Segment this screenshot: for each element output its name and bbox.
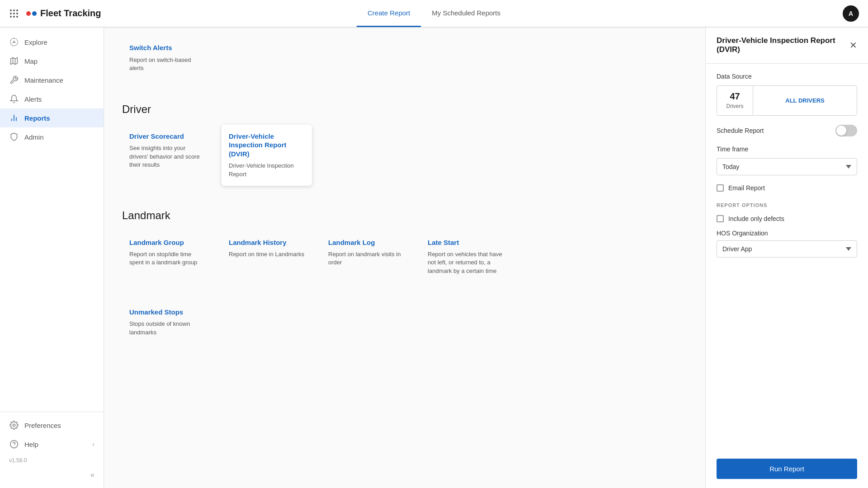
svg-point-4 <box>13 13 15 14</box>
all-drivers-button[interactable]: ALL DRIVERS <box>753 86 857 115</box>
grid-icon[interactable] <box>9 9 19 19</box>
data-source-selector: 47 Drivers ALL DRIVERS <box>717 85 857 116</box>
schedule-report-row: Schedule Report <box>717 125 857 136</box>
app-title: Fleet Tracking <box>40 8 101 19</box>
svg-point-15 <box>13 424 15 427</box>
shield-icon <box>9 132 19 142</box>
svg-point-0 <box>10 9 12 11</box>
report-card-landmark-log[interactable]: Landmark Log Report on landmark visits i… <box>321 231 411 282</box>
main-layout: Explore Map Maintenance <box>0 27 868 488</box>
report-card-landmark-history[interactable]: Landmark History Report on time in Landm… <box>222 231 312 282</box>
report-card-unmarked-stops[interactable]: Unmarked Stops Stops outside of known la… <box>122 300 212 344</box>
sidebar-label-explore: Explore <box>24 38 47 46</box>
sidebar-label-maintenance: Maintenance <box>24 76 63 84</box>
main-content: Switch Alerts Report on switch-based ale… <box>104 27 705 488</box>
report-options-title: REPORT OPTIONS <box>717 202 857 208</box>
wrench-icon <box>9 75 19 85</box>
sidebar-collapse-btn[interactable]: « <box>0 467 104 483</box>
timeframe-label: Time frame <box>717 145 857 153</box>
sidebar-bottom: Preferences Help › v1.58.0 « <box>0 412 104 483</box>
card-desc-landmark-history: Report on time in Landmarks <box>229 250 305 258</box>
app-logo: Fleet Tracking <box>26 8 101 19</box>
switch-alerts-cards: Switch Alerts Report on switch-based ale… <box>122 36 687 89</box>
card-title-dvir: Driver-Vehicle Inspection Report (DVIR) <box>229 132 305 159</box>
unmarked-cards: Unmarked Stops Stops outside of known la… <box>122 300 687 353</box>
card-desc-landmark-log: Report on landmark visits in order <box>328 250 404 267</box>
report-card-late-start[interactable]: Late Start Report on vehicles that have … <box>420 231 511 282</box>
svg-point-6 <box>10 16 12 18</box>
run-report-button[interactable]: Run Report <box>717 459 857 479</box>
help-chevron-icon: › <box>92 441 94 448</box>
sidebar-item-maintenance[interactable]: Maintenance <box>0 70 104 89</box>
avatar[interactable]: A <box>843 5 859 22</box>
svg-point-7 <box>13 16 15 18</box>
sidebar-item-reports[interactable]: Reports <box>0 108 104 127</box>
toggle-knob <box>836 126 846 136</box>
email-report-checkbox[interactable] <box>717 184 724 192</box>
sidebar-item-help[interactable]: Help › <box>0 435 104 454</box>
nav-tabs: Create Report My Scheduled Reports <box>357 0 511 27</box>
report-card-dvir[interactable]: Driver-Vehicle Inspection Report (DVIR) … <box>222 125 312 186</box>
logo-dot-blue <box>32 11 37 16</box>
rocket-icon <box>9 37 19 47</box>
driver-count-box[interactable]: 47 Drivers <box>717 86 753 115</box>
report-card-landmark-group[interactable]: Landmark Group Report on stop/idle time … <box>122 231 212 282</box>
drivers-label: Drivers <box>726 103 744 109</box>
report-card-driver-scorecard[interactable]: Driver Scorecard See insights into your … <box>122 125 212 186</box>
sidebar: Explore Map Maintenance <box>0 27 104 488</box>
svg-point-3 <box>10 13 12 14</box>
card-title-landmark-group: Landmark Group <box>129 238 205 247</box>
schedule-toggle[interactable] <box>835 125 857 136</box>
include-defects-checkbox[interactable] <box>717 215 724 222</box>
hos-org-select[interactable]: Driver App <box>717 240 857 258</box>
top-nav: Fleet Tracking Create Report My Schedule… <box>0 0 868 27</box>
section-switch-alerts: Switch Alerts Report on switch-based ale… <box>122 27 687 89</box>
card-title-landmark-history: Landmark History <box>229 238 305 247</box>
driver-cards: Driver Scorecard See insights into your … <box>122 125 687 195</box>
data-source-label: Data Source <box>717 73 857 80</box>
section-title-driver: Driver <box>122 103 687 116</box>
sidebar-label-help: Help <box>24 441 38 448</box>
right-panel-title: Driver-Vehicle Inspection Report (DVIR) <box>717 36 849 54</box>
right-panel-body: Data Source 47 Drivers ALL DRIVERS Sched… <box>706 64 868 450</box>
tab-create-report[interactable]: Create Report <box>357 0 421 27</box>
section-title-landmark: Landmark <box>122 209 687 222</box>
version-label: v1.58.0 <box>0 454 104 467</box>
card-title-late-start: Late Start <box>428 238 504 247</box>
logo-dot-red <box>26 11 31 16</box>
include-defects-row: Include only defects <box>717 215 857 222</box>
all-drivers-label: ALL DRIVERS <box>785 97 824 104</box>
sidebar-item-preferences[interactable]: Preferences <box>0 416 104 435</box>
sidebar-item-admin[interactable]: Admin <box>0 127 104 146</box>
close-panel-button[interactable]: ✕ <box>849 40 857 51</box>
right-panel-header: Driver-Vehicle Inspection Report (DVIR) … <box>706 27 868 64</box>
svg-point-5 <box>16 13 18 14</box>
timeframe-select[interactable]: Today Yesterday Last 7 Days Last 30 Days… <box>717 158 857 175</box>
svg-point-2 <box>16 9 18 11</box>
sidebar-label-admin: Admin <box>24 133 44 141</box>
card-title-landmark-log: Landmark Log <box>328 238 404 247</box>
tab-scheduled-reports[interactable]: My Scheduled Reports <box>421 0 511 27</box>
logo-dots <box>26 11 37 16</box>
svg-point-8 <box>16 16 18 18</box>
map-icon <box>9 56 19 66</box>
sidebar-item-explore[interactable]: Explore <box>0 33 104 52</box>
collapse-icon: « <box>90 471 94 479</box>
question-icon <box>9 439 19 449</box>
card-desc-landmark-group: Report on stop/idle time spent in a land… <box>129 250 205 267</box>
card-title-driver-scorecard: Driver Scorecard <box>129 132 205 141</box>
sidebar-item-alerts[interactable]: Alerts <box>0 89 104 108</box>
sidebar-label-map: Map <box>24 57 38 65</box>
card-title-switch-alerts: Switch Alerts <box>129 43 205 52</box>
landmark-cards: Landmark Group Report on stop/idle time … <box>122 231 687 291</box>
include-defects-label: Include only defects <box>728 215 784 222</box>
report-card-switch-alerts[interactable]: Switch Alerts Report on switch-based ale… <box>122 36 212 80</box>
card-title-unmarked-stops: Unmarked Stops <box>129 308 205 317</box>
card-desc-dvir: Driver-Vehicle Inspection Report <box>229 162 305 178</box>
card-desc-unmarked-stops: Stops outside of known landmarks <box>129 320 205 336</box>
sidebar-item-map[interactable]: Map <box>0 52 104 70</box>
right-panel: Driver-Vehicle Inspection Report (DVIR) … <box>705 27 868 488</box>
driver-count-number: 47 <box>726 91 744 102</box>
email-report-row: Email Report <box>717 184 857 192</box>
bell-icon <box>9 94 19 104</box>
